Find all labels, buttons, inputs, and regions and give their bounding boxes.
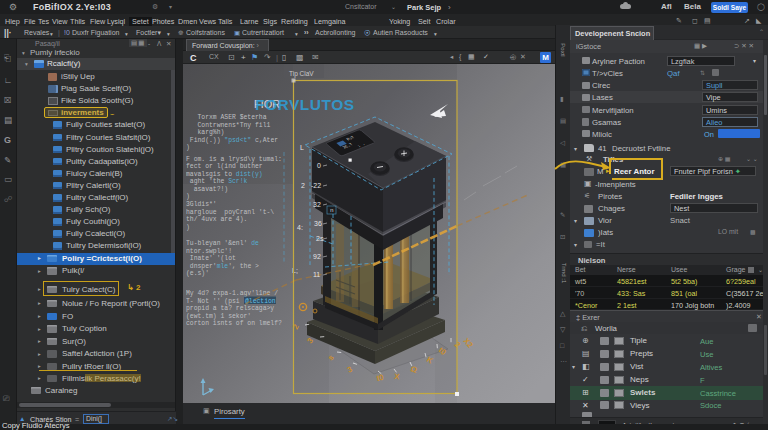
svg-text:): ) (186, 193, 190, 200)
svg-text:2s: 2s (316, 235, 324, 242)
svg-text:-22: -22 (311, 182, 321, 189)
svg-text:3Gldis*': 3Gldis*' (186, 201, 217, 208)
svg-text:corton isnts of on lmelf?: corton isnts of on lmelf? (186, 320, 282, 327)
svg-text:32: 32 (313, 201, 321, 208)
svg-text:Contrwnens*Tny fil1: Contrwnens*Tny fil1 (186, 122, 271, 129)
svg-text:L: L (300, 144, 304, 151)
svg-text:Torxm ASER $eterha: Torxm ASER $eterha (186, 114, 267, 121)
svg-text:My 4d? expa-1.agv'l1ne /: My 4d? expa-1.agv'l1ne / (186, 290, 278, 297)
svg-text:n: n (330, 207, 334, 214)
svg-text:Inate' '(lot: Inate' '(lot (186, 255, 236, 262)
svg-text:11: 11 (313, 271, 320, 278)
svg-text:Tip ClaV: Tip ClaV (289, 70, 314, 78)
svg-text:4:: 4: (297, 224, 303, 231)
svg-text:F om. is a lrysd\y tumal:: F om. is a lrysd\y tumal: (186, 156, 282, 163)
svg-text:): ) (186, 224, 190, 231)
svg-text:T- Not '' (psi: T- Not '' (psi (186, 298, 244, 305)
svg-text:(ewt.tm) 1 sekor': (ewt.tm) 1 sekor' (186, 313, 251, 320)
svg-text:(e.s)': (e.s)' (186, 270, 209, 277)
svg-text:Find(.)) "psd<t" c,Ater: Find(.)) "psd<t" c,Ater (186, 137, 278, 144)
svg-text:karg%h): karg%h) (186, 129, 224, 136)
svg-text:hargloue poyCranl 't-\: hargloue poyCranl 't-\ (186, 209, 274, 216)
svg-text:asavat?!): asavat?!) (186, 186, 228, 193)
svg-text:FORVLUTOS: FORVLUTOS (255, 96, 355, 113)
svg-text:th/ 4uvx are 4).: th/ 4uvx are 4). (186, 216, 247, 223)
svg-text:mavalsgis to dist(y): mavalsgis to dist(y) (186, 171, 263, 178)
svg-text:@lection: @lection (245, 298, 276, 305)
svg-text:aght 'the Scr!k: aght 'the Scr!k (186, 178, 248, 185)
svg-text:Tu-bleyan '&enl' de: Tu-bleyan '&enl' de (186, 240, 259, 247)
svg-text:L;: L; (292, 267, 298, 274)
svg-text:dnsper'mle', the >: dnsper'mle', the > (186, 263, 259, 270)
svg-text:36: 36 (314, 220, 322, 227)
svg-text:92: 92 (313, 253, 321, 260)
svg-text:ntor.swplc'!: ntor.swplc'! (186, 248, 232, 255)
svg-text:2: 2 (301, 182, 305, 189)
svg-text:propid a ta? relscaga>y: propid a ta? relscaga>y (186, 305, 274, 312)
svg-text:0: 0 (317, 162, 321, 169)
svg-text:fect or l(ind buther: fect or l(ind buther (186, 163, 263, 170)
svg-text:): ) (186, 144, 190, 151)
